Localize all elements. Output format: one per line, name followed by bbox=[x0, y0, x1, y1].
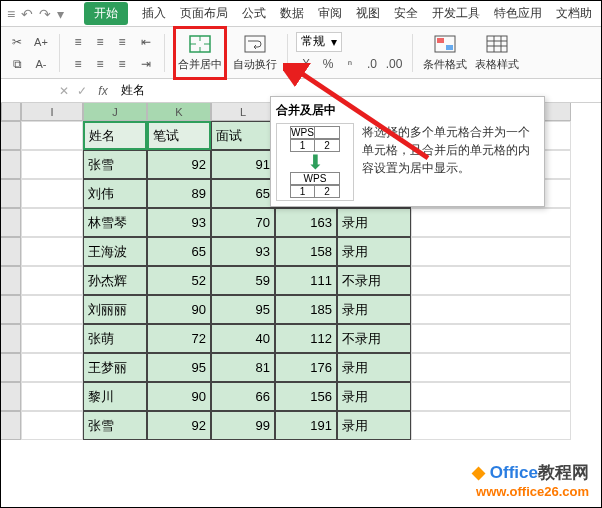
cell-interview[interactable]: 66 bbox=[211, 382, 275, 411]
tab-review[interactable]: 审阅 bbox=[318, 5, 342, 22]
cell-name[interactable]: 张雪 bbox=[83, 150, 147, 179]
cell-total[interactable]: 112 bbox=[275, 324, 337, 353]
cell-result[interactable]: 录用 bbox=[337, 411, 411, 440]
cell-interview[interactable]: 93 bbox=[211, 237, 275, 266]
col-header[interactable]: L bbox=[211, 103, 275, 121]
cell-interview[interactable]: 40 bbox=[211, 324, 275, 353]
cell-written[interactable]: 65 bbox=[147, 237, 211, 266]
cell[interactable] bbox=[21, 411, 83, 440]
increase-decimal-icon[interactable]: .00 bbox=[384, 54, 404, 74]
cell-written[interactable]: 90 bbox=[147, 382, 211, 411]
cell-total[interactable]: 163 bbox=[275, 208, 337, 237]
cell[interactable] bbox=[411, 324, 571, 353]
fx-icon[interactable]: fx bbox=[91, 84, 115, 98]
cell-interview[interactable]: 95 bbox=[211, 295, 275, 324]
merge-center-button[interactable]: 合并居中 bbox=[176, 29, 224, 77]
cell[interactable] bbox=[21, 324, 83, 353]
name-box[interactable] bbox=[1, 84, 55, 98]
align-middle-icon[interactable]: ≡ bbox=[90, 32, 110, 52]
cell-interview[interactable]: 99 bbox=[211, 411, 275, 440]
cut-icon[interactable]: ✂ bbox=[7, 32, 27, 52]
dropdown-icon[interactable]: ▾ bbox=[57, 6, 64, 22]
cell[interactable] bbox=[411, 353, 571, 382]
tab-insert[interactable]: 插入 bbox=[142, 5, 166, 22]
cell-name[interactable]: 张萌 bbox=[83, 324, 147, 353]
increase-indent-icon[interactable]: ⇥ bbox=[136, 54, 156, 74]
cell[interactable] bbox=[411, 266, 571, 295]
cell-result[interactable]: 录用 bbox=[337, 382, 411, 411]
decrease-indent-icon[interactable]: ⇤ bbox=[136, 32, 156, 52]
cell-written[interactable]: 92 bbox=[147, 150, 211, 179]
copy-icon[interactable]: ⧉ bbox=[7, 54, 27, 74]
cell-interview[interactable]: 81 bbox=[211, 353, 275, 382]
align-center-icon[interactable]: ≡ bbox=[90, 54, 110, 74]
align-top-icon[interactable]: ≡ bbox=[68, 32, 88, 52]
cell[interactable] bbox=[411, 295, 571, 324]
col-header[interactable]: I bbox=[21, 103, 83, 121]
decrease-font-button[interactable]: A- bbox=[31, 54, 51, 74]
cell-name[interactable]: 王海波 bbox=[83, 237, 147, 266]
col-header[interactable]: K bbox=[147, 103, 211, 121]
cell-total[interactable]: 185 bbox=[275, 295, 337, 324]
header-cell[interactable]: 笔试 bbox=[147, 121, 211, 150]
cell-result[interactable]: 录用 bbox=[337, 353, 411, 382]
select-all-corner[interactable] bbox=[1, 103, 21, 121]
cell-written[interactable]: 52 bbox=[147, 266, 211, 295]
tab-view[interactable]: 视图 bbox=[356, 5, 380, 22]
cell[interactable] bbox=[21, 208, 83, 237]
tab-page-layout[interactable]: 页面布局 bbox=[180, 5, 228, 22]
cell-written[interactable]: 93 bbox=[147, 208, 211, 237]
cell[interactable] bbox=[21, 237, 83, 266]
cell[interactable] bbox=[21, 121, 83, 150]
tab-special[interactable]: 特色应用 bbox=[494, 5, 542, 22]
cell-name[interactable]: 刘伟 bbox=[83, 179, 147, 208]
conditional-format-button[interactable]: 条件格式 bbox=[421, 29, 469, 77]
table-style-button[interactable]: 表格样式 bbox=[473, 29, 521, 77]
cell-written[interactable]: 90 bbox=[147, 295, 211, 324]
cell-interview[interactable]: 91 bbox=[211, 150, 275, 179]
header-cell[interactable]: 姓名 bbox=[83, 121, 147, 150]
percent-icon[interactable]: % bbox=[318, 54, 338, 74]
cell-name[interactable]: 黎川 bbox=[83, 382, 147, 411]
cell-result[interactable]: 不录用 bbox=[337, 266, 411, 295]
tab-security[interactable]: 安全 bbox=[394, 5, 418, 22]
fx-cancel-icon[interactable]: ✕ bbox=[55, 81, 73, 101]
cell-written[interactable]: 95 bbox=[147, 353, 211, 382]
increase-font-button[interactable]: A+ bbox=[31, 32, 51, 52]
tab-formula[interactable]: 公式 bbox=[242, 5, 266, 22]
number-format-select[interactable]: 常规 ▾ bbox=[296, 32, 342, 52]
cell[interactable] bbox=[21, 179, 83, 208]
comma-icon[interactable]: ⁿ bbox=[340, 54, 360, 74]
cell-interview[interactable]: 59 bbox=[211, 266, 275, 295]
cell-result[interactable]: 不录用 bbox=[337, 324, 411, 353]
tab-home[interactable]: 开始 bbox=[84, 2, 128, 25]
cell[interactable] bbox=[21, 150, 83, 179]
cell-name[interactable]: 孙杰辉 bbox=[83, 266, 147, 295]
cell-interview[interactable]: 65 bbox=[211, 179, 275, 208]
cell[interactable] bbox=[21, 295, 83, 324]
decrease-decimal-icon[interactable]: .0 bbox=[362, 54, 382, 74]
cell-written[interactable]: 92 bbox=[147, 411, 211, 440]
undo-icon[interactable]: ↶ bbox=[21, 6, 33, 22]
col-header[interactable]: J bbox=[83, 103, 147, 121]
cell[interactable] bbox=[21, 266, 83, 295]
cell-written[interactable]: 89 bbox=[147, 179, 211, 208]
currency-icon[interactable]: ¥ bbox=[296, 54, 316, 74]
align-right-icon[interactable]: ≡ bbox=[112, 54, 132, 74]
cell[interactable] bbox=[411, 237, 571, 266]
fx-confirm-icon[interactable]: ✓ bbox=[73, 81, 91, 101]
cell-result[interactable]: 录用 bbox=[337, 237, 411, 266]
cell[interactable] bbox=[21, 353, 83, 382]
cell-total[interactable]: 191 bbox=[275, 411, 337, 440]
cell-total[interactable]: 158 bbox=[275, 237, 337, 266]
align-bottom-icon[interactable]: ≡ bbox=[112, 32, 132, 52]
cell-name[interactable]: 张雪 bbox=[83, 411, 147, 440]
tab-dev-tools[interactable]: 开发工具 bbox=[432, 5, 480, 22]
cell-result[interactable]: 录用 bbox=[337, 295, 411, 324]
cell-name[interactable]: 刘丽丽 bbox=[83, 295, 147, 324]
cell[interactable] bbox=[411, 411, 571, 440]
cell-name[interactable]: 林雪琴 bbox=[83, 208, 147, 237]
cell[interactable] bbox=[411, 208, 571, 237]
cell-result[interactable]: 录用 bbox=[337, 208, 411, 237]
tab-doc-assist[interactable]: 文档助 bbox=[556, 5, 592, 22]
